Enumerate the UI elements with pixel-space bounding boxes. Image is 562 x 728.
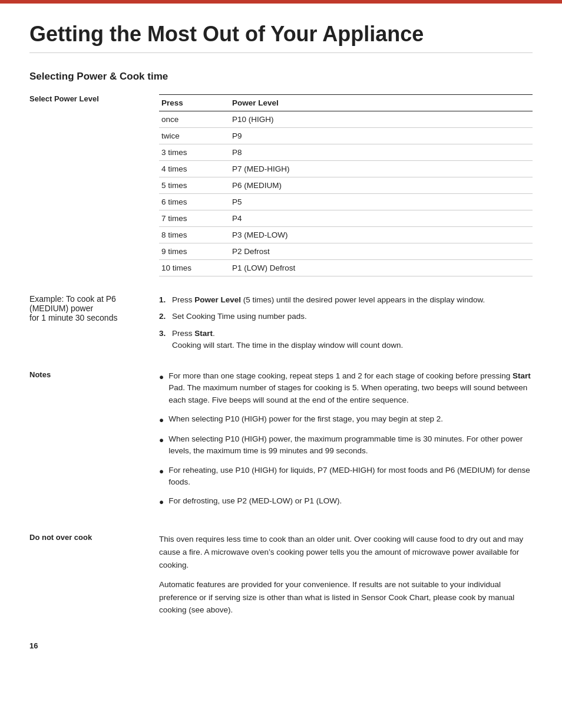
table-cell-press: once: [159, 111, 230, 128]
note-5: ● For defrosting, use P2 (MED-LOW) or P1…: [159, 495, 533, 508]
table-cell-press: 6 times: [159, 194, 230, 210]
table-row: onceP10 (HIGH): [159, 111, 533, 128]
power-table-col: Press Power Level onceP10 (HIGH)twiceP93…: [159, 94, 533, 276]
step-3: 3. Press Start.Cooking will start. The t…: [159, 328, 533, 352]
do-not-para-1: This oven requires less time to cook tha…: [159, 533, 533, 571]
power-section: Select Power Level Press Power Level onc…: [29, 94, 533, 276]
table-cell-press: 5 times: [159, 177, 230, 194]
bullet-5: ●: [159, 496, 164, 508]
notes-right: ● For more than one stage cooking, repea…: [159, 370, 533, 515]
note-3: ● When selecting P10 (HIGH) power, the m…: [159, 433, 533, 457]
page-title: Getting the Most Out of Your Appliance: [29, 21, 533, 53]
table-cell-level: P6 (MEDIUM): [230, 177, 533, 194]
note-1: ● For more than one stage cooking, repea…: [159, 370, 533, 406]
note-3-text: When selecting P10 (HIGH) power, the max…: [168, 433, 533, 457]
table-cell-press: twice: [159, 128, 230, 144]
bullet-2: ●: [159, 414, 164, 426]
table-cell-level: P4: [230, 210, 533, 227]
step-2-num: 2.: [159, 311, 168, 322]
do-not-para-2: Automatic features are provided for your…: [159, 578, 533, 617]
table-cell-level: P1 (LOW) Defrost: [230, 260, 533, 276]
table-row: 10 timesP1 (LOW) Defrost: [159, 260, 533, 276]
step-2-text: Set Cooking Time using number pads.: [172, 311, 307, 322]
note-2: ● When selecting P10 (HIGH) power for th…: [159, 413, 533, 426]
table-cell-level: P3 (MED-LOW): [230, 227, 533, 243]
do-not-label: Do not over cook: [29, 533, 147, 542]
note-1-text: For more than one stage cooking, repeat …: [168, 370, 533, 406]
bullet-3: ●: [159, 434, 164, 457]
bullet-1: ●: [159, 371, 164, 406]
note-2-text: When selecting P10 (HIGH) power for the …: [168, 413, 443, 426]
section-title: Selecting Power & Cook time: [29, 71, 533, 83]
note-4-text: For reheating, use P10 (HIGH) for liquid…: [168, 465, 533, 489]
table-row: 3 timesP8: [159, 144, 533, 161]
table-header-press: Press: [159, 95, 230, 111]
do-not-section: Do not over cook This oven requires less…: [29, 533, 533, 624]
table-cell-level: P5: [230, 194, 533, 210]
table-row: 7 timesP4: [159, 210, 533, 227]
table-cell-level: P10 (HIGH): [230, 111, 533, 128]
table-cell-level: P8: [230, 144, 533, 161]
table-cell-press: 7 times: [159, 210, 230, 227]
page-number: 16: [29, 641, 533, 650]
do-not-left: Do not over cook: [29, 533, 159, 624]
do-not-right: This oven requires less time to cook tha…: [159, 533, 533, 624]
left-label-col: Select Power Level: [29, 94, 159, 276]
step-1-text: Press Power Level (5 times) until the de…: [172, 294, 485, 306]
power-level-table: Press Power Level onceP10 (HIGH)twiceP93…: [159, 94, 533, 276]
example-label: Example:: [29, 294, 64, 304]
table-row: twiceP9: [159, 128, 533, 144]
step-1-num: 1.: [159, 294, 168, 306]
notes-left: Notes: [29, 370, 159, 515]
steps-list: 1. Press Power Level (5 times) until the…: [159, 294, 533, 351]
table-header-level: Power Level: [230, 95, 533, 111]
table-cell-level: P7 (MED-HIGH): [230, 161, 533, 177]
step-2: 2. Set Cooking Time using number pads.: [159, 311, 533, 322]
notes-section: Notes ● For more than one stage cooking,…: [29, 370, 533, 515]
example-right: 1. Press Power Level (5 times) until the…: [159, 294, 533, 356]
step-3-text: Press Start.Cooking will start. The time…: [172, 328, 403, 352]
table-row: 9 timesP2 Defrost: [159, 243, 533, 260]
table-cell-level: P2 Defrost: [230, 243, 533, 260]
step-3-num: 3.: [159, 328, 168, 352]
notes-list: ● For more than one stage cooking, repea…: [159, 370, 533, 508]
table-cell-press: 8 times: [159, 227, 230, 243]
step-1: 1. Press Power Level (5 times) until the…: [159, 294, 533, 306]
note-4: ● For reheating, use P10 (HIGH) for liqu…: [159, 465, 533, 489]
table-row: 6 timesP5: [159, 194, 533, 210]
table-row: 4 timesP7 (MED-HIGH): [159, 161, 533, 177]
notes-label: Notes: [29, 370, 147, 379]
table-row: 8 timesP3 (MED-LOW): [159, 227, 533, 243]
table-cell-press: 4 times: [159, 161, 230, 177]
note-5-text: For defrosting, use P2 (MED-LOW) or P1 (…: [168, 495, 342, 508]
table-row: 5 timesP6 (MEDIUM): [159, 177, 533, 194]
table-cell-level: P9: [230, 128, 533, 144]
table-cell-press: 9 times: [159, 243, 230, 260]
example-left: Example: To cook at P6 (MEDIUM) powerfor…: [29, 294, 159, 356]
bullet-4: ●: [159, 466, 164, 489]
select-power-label: Select Power Level: [29, 94, 147, 103]
table-cell-press: 3 times: [159, 144, 230, 161]
table-cell-press: 10 times: [159, 260, 230, 276]
example-section: Example: To cook at P6 (MEDIUM) powerfor…: [29, 294, 533, 356]
